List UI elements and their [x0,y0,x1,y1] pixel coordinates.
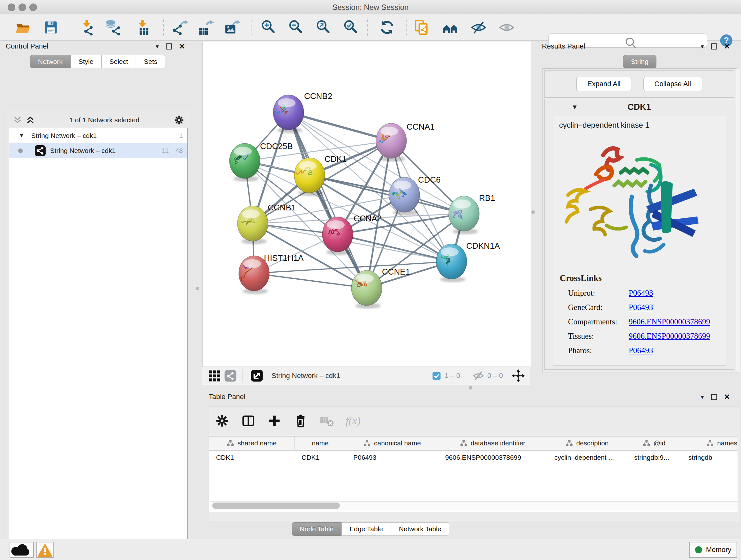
table-row[interactable]: CDK1CDK1P064939606.ENSP00000378699cyclin… [209,450,738,464]
crosslink-label: Tissues: [568,332,629,341]
cloud-status-button[interactable] [10,542,34,558]
export-network-button[interactable] [172,19,188,36]
float-panel-icon[interactable] [711,44,717,50]
table-cell[interactable]: CDK1 [294,450,346,464]
column-header-name[interactable]: name [294,436,346,450]
horizontal-splitter-handle[interactable] [469,386,472,389]
collapse-all-networks-icon[interactable] [13,115,22,125]
selected-count-checkbox[interactable] [432,371,441,381]
pan-mode-icon[interactable] [511,369,525,383]
results-buttons-row: Expand All Collapse All [544,70,734,98]
crosslink-link[interactable]: 9606.ENSP00000378699 [629,332,710,341]
results-scrollbar[interactable] [736,69,740,372]
left-splitter-handle[interactable] [196,287,199,290]
panel-menu-icon[interactable]: ▾ [701,394,704,400]
close-panel-icon[interactable]: ✕ [724,43,730,50]
import-network-from-database-button[interactable] [106,19,122,36]
float-panel-icon[interactable] [711,394,717,400]
svg-text:CDC6: CDC6 [418,175,441,185]
import-network-button[interactable] [79,19,95,36]
export-image-button[interactable] [224,19,240,36]
show-columns-icon[interactable] [241,414,256,428]
column-header--id[interactable]: @id [627,436,681,450]
panel-menu-icon[interactable]: ▾ [701,44,704,50]
table-cell[interactable]: stringdb:9... [627,450,681,464]
tab-select[interactable]: Select [102,55,136,68]
scrollbar-thumb[interactable] [212,503,340,509]
table-cell[interactable]: stringdb [681,450,738,464]
network-node-ccne1[interactable] [351,270,382,309]
network-collection-row[interactable]: ▼ String Network – cdk1 1 [9,128,187,143]
network-edge-count: 48 [176,147,183,154]
tab-network-table[interactable]: Network Table [391,522,449,536]
crosslink-row: Pharos: P06493 [568,346,726,355]
crosslink-link[interactable]: P06493 [629,346,653,355]
tab-style[interactable]: Style [71,55,102,68]
network-options-gear-icon[interactable] [174,115,185,125]
column-header-description[interactable]: description [547,436,627,450]
network-node-cdkn1a[interactable] [436,244,467,282]
first-neighbors-button[interactable] [443,19,459,36]
table-cell[interactable]: CDK1 [209,450,294,464]
zoom-in-button[interactable] [261,19,277,36]
tab-edge-table[interactable]: Edge Table [341,522,391,536]
create-column-icon[interactable] [267,414,282,428]
network-node-ccna2[interactable] [322,217,353,255]
tab-sets[interactable]: Sets [136,55,165,68]
collection-expand-icon[interactable]: ▼ [19,132,24,139]
close-panel-icon[interactable]: ✕ [179,43,185,50]
svg-text:CDC25B: CDC25B [260,141,293,151]
node-table[interactable]: shared namenamecanonical namedatabase id… [209,436,738,512]
birds-eye-view-icon[interactable] [208,369,221,382]
hide-selected-button[interactable] [471,19,487,36]
delete-column-icon[interactable] [293,414,308,428]
crosslink-link[interactable]: P06493 [629,303,653,312]
detach-view-icon[interactable] [251,369,263,382]
import-table-button[interactable] [134,19,150,36]
crosslink-label: Uniprot: [568,289,629,298]
column-header-database-identifier[interactable]: database identifier [438,436,547,450]
network-node-ccnb2[interactable] [273,95,304,133]
network-overview-icon[interactable] [224,369,237,382]
memory-button[interactable]: Memory [689,542,737,558]
network-canvas[interactable]: CCNB2CCNA1CDC25BCDK1CDC6RB1CCNB1CCNA2CDK… [202,42,531,367]
table-cell[interactable]: 9606.ENSP00000378699 [438,450,547,464]
zoom-out-button[interactable] [288,19,304,36]
network-node-cdc25b[interactable] [229,143,260,182]
float-panel-icon[interactable] [166,44,172,50]
network-node-ccnb1[interactable] [238,206,268,244]
column-header-namespace[interactable]: namespace [681,436,738,450]
table-cell[interactable]: P06493 [346,450,438,464]
table-horizontal-scrollbar[interactable] [210,501,738,510]
open-session-button[interactable] [15,19,30,36]
network-row[interactable]: String Network – cdk1 11 48 [9,143,187,158]
network-node-rb1[interactable] [449,196,479,234]
network-node-ccna1[interactable] [376,123,407,162]
tab-string[interactable]: String [623,55,657,68]
zoom-selected-button[interactable] [343,19,359,36]
warnings-button[interactable] [37,542,54,558]
table-settings-gear-icon[interactable] [215,414,229,428]
expand-all-networks-icon[interactable] [25,115,35,125]
show-hidden-button[interactable] [499,19,515,36]
clone-network-button[interactable] [414,19,430,36]
tab-network[interactable]: Network [30,55,71,68]
crosslink-link[interactable]: P06493 [629,289,653,298]
export-table-button[interactable] [198,19,214,36]
column-header-shared-name[interactable]: shared name [209,436,294,450]
panel-menu-icon[interactable]: ▾ [156,44,159,50]
refresh-layout-button[interactable] [379,19,395,36]
right-splitter-handle[interactable] [531,210,535,214]
crosslink-row: Compartments: 9606.ENSP00000378699 [568,317,726,326]
svg-text:CDK1: CDK1 [325,154,347,164]
save-session-button[interactable] [43,19,59,36]
close-panel-icon[interactable]: ✕ [724,393,730,401]
expand-all-button[interactable]: Expand All [576,77,632,91]
crosslink-link[interactable]: 9606.ENSP00000378699 [629,317,710,326]
column-header-canonical-name[interactable]: canonical name [346,436,438,450]
string-network-view[interactable]: CCNB2CCNA1CDC25BCDK1CDC6RB1CCNB1CCNA2CDK… [203,42,531,367]
collapse-all-button[interactable]: Collapse All [643,77,702,91]
tab-node-table[interactable]: Node Table [292,522,341,536]
zoom-fit-content-button[interactable] [316,19,332,36]
table-cell[interactable]: cyclin–dependent ... [547,450,627,464]
